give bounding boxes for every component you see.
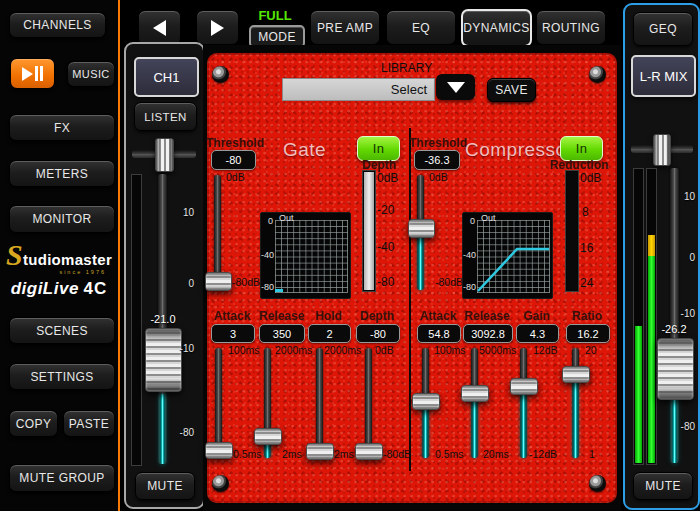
brand-name: tudiomaster <box>23 251 112 268</box>
gate-depth-meter <box>362 170 376 292</box>
comp-ratio-handle[interactable] <box>562 366 590 383</box>
fader-handle[interactable] <box>145 328 182 392</box>
master-fader-handle[interactable] <box>657 338 694 400</box>
paste-button[interactable]: PASTE <box>63 410 115 437</box>
master-name: L-R MIX <box>640 69 688 84</box>
comp-curve <box>477 220 549 292</box>
gate-threshold-handle[interactable] <box>205 272 232 291</box>
scale-plus10: 10 <box>178 207 194 218</box>
comp-threshold-value: -36.3 <box>414 150 460 170</box>
library-select-field[interactable]: Select <box>282 78 435 101</box>
settings-label: SETTINGS <box>30 370 93 384</box>
gate-param-attack-min: 0.5ms <box>233 448 262 460</box>
copy-label: COPY <box>16 417 52 431</box>
gate-graph-y2: -80 <box>261 282 273 292</box>
gate-attack-handle[interactable] <box>205 442 233 459</box>
tab-preamp[interactable]: PRE AMP <box>310 10 380 45</box>
channel-meter <box>131 174 142 466</box>
save-button[interactable]: SAVE <box>487 78 536 102</box>
music-label: MUSIC <box>72 68 109 80</box>
pause-icon-bar2 <box>40 66 43 81</box>
screw-bottom-right <box>589 475 606 492</box>
comp-param-gain-label: Gain <box>516 309 557 323</box>
gate-curve <box>275 289 283 292</box>
comp-ratio-teal <box>573 380 578 458</box>
geq-label: GEQ <box>649 22 677 36</box>
gate-hold-handle[interactable] <box>306 443 334 460</box>
comp-attack-handle[interactable] <box>412 393 440 410</box>
geq-button[interactable]: GEQ <box>633 12 693 46</box>
monitor-button[interactable]: MONITOR <box>9 205 115 233</box>
music-button[interactable]: MUSIC <box>67 61 115 87</box>
listen-button[interactable]: LISTEN <box>134 102 197 131</box>
gate-depth-handle[interactable] <box>355 443 383 460</box>
play-pause-button[interactable] <box>10 58 55 89</box>
next-channel-button[interactable] <box>196 10 239 45</box>
comp-gain-handle[interactable] <box>510 378 538 395</box>
gate-depth-track[interactable] <box>365 348 372 458</box>
arrow-right-icon <box>211 20 224 36</box>
brand-logo: Studiomaster since 1976 digiLive 4C <box>2 246 116 308</box>
comp-param-ratio-label: Ratio <box>566 309 608 323</box>
comp-param-ratio-value: 16.2 <box>566 324 610 343</box>
fx-button[interactable]: FX <box>9 114 115 141</box>
mute-group-button[interactable]: MUTE GROUP <box>9 464 115 492</box>
comp-param-gain-value: 4.3 <box>516 324 559 343</box>
library-dropdown-button[interactable] <box>436 74 475 100</box>
mode-label: MODE <box>258 30 296 44</box>
prev-channel-button[interactable] <box>138 10 181 45</box>
gate-graph-y1: -40 <box>261 250 273 260</box>
screw-top-left <box>212 66 229 83</box>
gate-param-release-label: Release <box>259 309 303 323</box>
channel-select-button[interactable]: CH1 <box>134 57 199 97</box>
copy-button[interactable]: COPY <box>9 410 58 437</box>
master-meter-left-green <box>635 326 642 463</box>
gate-depth-meter-fill <box>364 172 374 290</box>
scale-zero: 0 <box>178 278 194 289</box>
gate-threshold-value: -80 <box>211 150 256 170</box>
master-select-button[interactable]: L-R MIX <box>631 55 696 97</box>
comp-release-handle[interactable] <box>461 385 489 402</box>
gate-param-hold-value: 2 <box>308 324 351 343</box>
comp-threshold-handle[interactable] <box>408 219 435 238</box>
master-meter-right <box>646 168 657 465</box>
gate-param-attack-label: Attack <box>211 309 253 323</box>
meters-button[interactable]: METERS <box>9 160 115 187</box>
master-scale-minus80: -80 <box>677 421 695 432</box>
master-meter-right-green <box>648 256 655 463</box>
pan-slider-handle[interactable] <box>155 138 174 172</box>
mute-group-label: MUTE GROUP <box>19 471 104 485</box>
full-mode-label: FULL <box>246 8 304 23</box>
channels-label: CHANNELS <box>23 18 92 32</box>
master-mute-button[interactable]: MUTE <box>633 472 693 500</box>
sidebar: CHANNELS MUSIC FX METERS MONITOR Studiom… <box>0 0 118 511</box>
arrow-left-icon <box>153 20 166 36</box>
gate-release-teal <box>265 443 270 458</box>
scale-minus10: -10 <box>175 343 194 354</box>
gate-graph-grid <box>275 220 348 293</box>
gate-compressor-divider <box>409 128 411 471</box>
master-pan-handle[interactable] <box>653 134 671 166</box>
tab-routing[interactable]: ROUTING <box>536 10 606 45</box>
gate-hold-track[interactable] <box>316 348 323 458</box>
gate-meter-t3: -80 <box>377 275 394 289</box>
comp-meter-t0: 0dB <box>580 171 601 185</box>
comp-param-ratio-min: 1 <box>589 448 595 460</box>
tab-dynamics[interactable]: DYNAMICS <box>461 9 532 47</box>
gate-param-attack-max: 100ms <box>228 344 260 356</box>
scenes-button[interactable]: SCENES <box>9 317 115 344</box>
gate-param-hold-min: 2ms <box>334 448 354 460</box>
channels-button[interactable]: CHANNELS <box>9 12 106 38</box>
comp-attack-teal <box>423 407 428 458</box>
listen-label: LISTEN <box>144 111 187 123</box>
mute-button[interactable]: MUTE <box>135 472 195 500</box>
settings-button[interactable]: SETTINGS <box>9 363 115 390</box>
gate-param-depth-label: Depth <box>356 309 398 323</box>
tab-eq[interactable]: EQ <box>386 10 456 45</box>
gate-title: Gate <box>283 139 326 161</box>
comp-release-teal <box>472 399 477 458</box>
gate-release-handle[interactable] <box>254 428 282 445</box>
comp-param-release-min: 20ms <box>483 448 509 460</box>
brand-initial: S <box>6 238 23 271</box>
chevron-down-icon <box>447 82 465 93</box>
